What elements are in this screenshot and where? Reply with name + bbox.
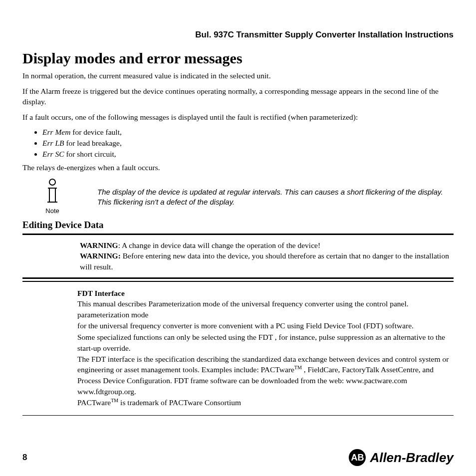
warning-block: WARNING: A change in device data will ch… [80, 237, 454, 275]
divider [22, 234, 454, 235]
page-number: 8 [22, 453, 27, 463]
error-list: Err Mem for device fault, Err LB for lea… [42, 128, 454, 159]
brand-logo-icon: AB [349, 449, 366, 466]
note-label: Note [42, 207, 62, 215]
warning-line: WARNING: Before entering new data into t… [80, 250, 454, 272]
paragraph: PACTwareTM is trademark of PACTware Cons… [77, 397, 454, 408]
warning-label: WARNING [80, 241, 118, 249]
divider [22, 277, 454, 279]
brand-name: Allen-Bradley [370, 450, 454, 466]
section-heading: Display modes and error messages [22, 50, 454, 67]
divider [22, 415, 454, 416]
text-run: is trademark of PACTware Consortium [118, 398, 241, 407]
warning-line: WARNING: A change in device data will ch… [80, 240, 454, 251]
list-item: Err SC for short circuit, [42, 150, 454, 159]
subsection-heading: Editing Device Data [22, 220, 454, 231]
error-desc: for lead breakage, [64, 139, 122, 147]
note-block: Note The display of the device is update… [42, 178, 454, 215]
paragraph: This manual describes Parameterization m… [77, 298, 454, 320]
fdt-heading: FDT Interface [77, 288, 454, 299]
warning-text: Before entering new data into the device… [80, 251, 449, 271]
page-content: Bul. 937C Transmitter Supply Converter I… [0, 0, 476, 438]
paragraph: Some specialized functions can only be s… [77, 332, 454, 353]
page-footer: 8 AB Allen-Bradley [22, 449, 454, 466]
note-icon: Note [42, 178, 62, 215]
text-run: PACTware [77, 398, 111, 407]
fdt-block: FDT Interface This manual describes Para… [77, 284, 454, 408]
list-item: Err Mem for device fault, [42, 128, 454, 137]
svg-point-0 [49, 179, 55, 185]
trademark-symbol: TM [294, 365, 302, 370]
paragraph: The FDT interface is the specification d… [77, 354, 454, 397]
trademark-symbol: TM [111, 398, 118, 403]
divider [22, 281, 454, 282]
note-text: The display of the device is updated at … [62, 178, 454, 208]
error-code: Err LB [42, 139, 64, 147]
paragraph: If the Alarm freeze is triggered but the… [22, 86, 454, 107]
error-code: Err SC [42, 150, 64, 158]
running-header: Bul. 937C Transmitter Supply Converter I… [22, 30, 454, 40]
paragraph: If a fault occurs, one of the following … [22, 112, 454, 123]
warning-text: : A change in device data will change th… [118, 241, 320, 249]
error-desc: for short circuit, [64, 150, 116, 158]
warning-label: WARNING: [80, 251, 121, 260]
error-code: Err Mem [42, 128, 70, 136]
paragraph: for the universal frequency converter is… [77, 320, 454, 331]
paragraph: The relays de-energizes when a fault occ… [22, 163, 454, 173]
paragraph: In normal operation, the current measure… [22, 71, 454, 81]
error-desc: for device fault, [70, 128, 121, 136]
list-item: Err LB for lead breakage, [42, 139, 454, 148]
brand-mark: AB Allen-Bradley [349, 449, 454, 466]
